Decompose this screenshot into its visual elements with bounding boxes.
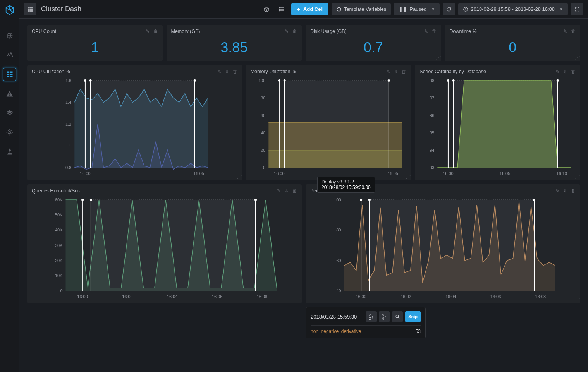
sidebar-item-hosts[interactable] <box>0 26 19 45</box>
stat-disk: Disk Usage (GB) ✎🗑 0.7 ⋰ <box>306 25 441 61</box>
template-vars-button[interactable]: Template Variables <box>332 3 391 15</box>
edit-icon[interactable]: ✎ <box>277 188 281 194</box>
delete-icon[interactable]: 🗑 <box>153 29 158 34</box>
edit-icon[interactable]: ✎ <box>217 69 221 74</box>
svg-text:16:06: 16:06 <box>490 294 501 299</box>
delete-icon[interactable]: 🗑 <box>432 29 437 34</box>
chart-body[interactable]: 98979695949316:0016:0516:10 <box>420 77 576 177</box>
svg-rect-22 <box>31 10 33 12</box>
download-icon[interactable]: ⇩ <box>394 69 398 74</box>
resize-handle[interactable]: ⋰ <box>436 56 440 60</box>
help-button[interactable] <box>260 3 273 15</box>
delete-icon[interactable]: 🗑 <box>571 188 576 194</box>
svg-text:1: 1 <box>69 144 71 148</box>
delete-icon[interactable]: 🗑 <box>571 29 576 34</box>
edit-icon[interactable]: ✎ <box>146 29 150 34</box>
resize-handle[interactable]: ⋰ <box>237 175 241 180</box>
svg-point-57 <box>283 79 285 82</box>
svg-point-72 <box>447 79 449 82</box>
edit-icon[interactable]: ✎ <box>285 29 289 34</box>
svg-text:16:02: 16:02 <box>401 294 411 299</box>
delete-icon[interactable]: 🗑 <box>571 69 576 74</box>
resize-handle[interactable]: ⋰ <box>157 56 162 60</box>
sidebar-item-user[interactable] <box>0 142 19 161</box>
list-button[interactable] <box>276 3 288 15</box>
chart-body[interactable]: 10080604020016:0016:05 <box>251 77 407 177</box>
delete-icon[interactable]: 🗑 <box>233 69 237 74</box>
download-icon[interactable]: ⇩ <box>563 69 567 74</box>
delete-icon[interactable]: 🗑 <box>292 29 297 34</box>
resize-handle[interactable]: ⋰ <box>575 56 579 60</box>
svg-text:40: 40 <box>261 130 265 135</box>
svg-rect-15 <box>29 7 31 8</box>
fullscreen-button[interactable] <box>571 3 583 15</box>
sidebar-item-admin[interactable] <box>0 103 19 123</box>
svg-point-59 <box>387 79 390 82</box>
delete-icon[interactable]: 🗑 <box>292 188 297 194</box>
svg-text:16:05: 16:05 <box>193 171 204 176</box>
svg-text:0.8: 0.8 <box>65 165 71 170</box>
resize-handle[interactable]: ⋰ <box>296 56 301 60</box>
cell-title: Memory (GB) <box>171 29 200 34</box>
edit-icon[interactable]: ✎ <box>563 29 567 34</box>
resize-handle[interactable]: ⋰ <box>575 175 579 180</box>
sidebar-item-alerts[interactable] <box>0 84 19 103</box>
resize-handle[interactable]: ⋰ <box>406 175 410 180</box>
svg-text:20: 20 <box>261 148 265 153</box>
edit-icon[interactable]: ✎ <box>555 69 559 74</box>
sidebar-item-dashboards[interactable] <box>0 65 19 84</box>
download-icon[interactable]: ⇩ <box>563 188 567 194</box>
svg-text:98: 98 <box>430 78 434 83</box>
svg-text:40K: 40K <box>55 228 63 232</box>
svg-point-114 <box>396 315 398 318</box>
chart-body[interactable]: 1.61.41.210.816:0016:05 <box>32 77 237 177</box>
sidebar-item-explore[interactable] <box>0 45 19 65</box>
pause-icon: ❚❚ <box>399 6 407 12</box>
cell-title: Disk Usage (GB) <box>310 29 347 34</box>
snip-button[interactable]: Snip <box>405 311 421 322</box>
sort-az-button[interactable]: AZ↕ <box>366 311 377 322</box>
svg-text:60K: 60K <box>55 197 63 202</box>
resize-handle[interactable]: ⋰ <box>575 298 579 303</box>
resize-handle[interactable]: ⋰ <box>296 298 301 303</box>
grid-menu-button[interactable] <box>24 3 36 15</box>
svg-rect-18 <box>29 9 31 10</box>
svg-point-74 <box>452 79 455 82</box>
edit-icon[interactable]: ✎ <box>386 69 390 74</box>
svg-point-12 <box>9 132 10 134</box>
delete-icon[interactable]: 🗑 <box>402 69 406 74</box>
sidebar-item-config[interactable] <box>0 123 19 142</box>
svg-text:16:00: 16:00 <box>77 294 88 299</box>
chart-body[interactable]: 60K50K40K30K20K10K016:0016:0216:0416:061… <box>32 196 297 300</box>
plus-icon: ＋ <box>296 6 301 13</box>
search-button[interactable] <box>392 311 403 322</box>
add-cell-button[interactable]: ＋ Add Cell <box>291 3 328 15</box>
stat-value: 3.85 <box>171 36 297 58</box>
svg-rect-14 <box>28 7 29 8</box>
refresh-paused-button[interactable]: ❚❚ Paused ▼ <box>394 3 440 15</box>
stat-value: 1 <box>32 36 158 58</box>
snip-panel: 2018/02/28 15:59:30 AZ↕ 09↑ Snip non_neg… <box>306 307 426 338</box>
svg-text:30K: 30K <box>55 243 63 248</box>
svg-rect-19 <box>31 9 33 10</box>
svg-text:16:02: 16:02 <box>122 294 133 299</box>
svg-text:16:00: 16:00 <box>356 294 366 299</box>
sort-09-button[interactable]: 09↑ <box>379 311 390 322</box>
svg-text:100: 100 <box>334 197 341 202</box>
svg-text:94: 94 <box>430 148 434 153</box>
cell-title: Downtime % <box>450 29 477 34</box>
timerange-button[interactable]: 2018-02-28 15:58 - 2018-02-28 16:08 ▼ <box>458 3 568 15</box>
app-logo[interactable] <box>3 4 16 16</box>
stat-downtime: Downtime % ✎🗑 0 ⋰ <box>445 25 581 61</box>
edit-icon[interactable]: ✎ <box>424 29 428 34</box>
refresh-button[interactable] <box>443 3 455 15</box>
download-icon[interactable]: ⇩ <box>225 69 229 74</box>
svg-point-113 <box>533 199 535 201</box>
chart-mem-util: Memory Utilization % ✎⇩🗑 10080604020016:… <box>246 65 411 180</box>
svg-text:50K: 50K <box>55 213 63 217</box>
paused-label: Paused <box>409 6 426 12</box>
svg-point-55 <box>278 79 280 82</box>
chart-body[interactable]: 10080604016:0016:0216:0416:0616:08 <box>310 196 576 300</box>
edit-icon[interactable]: ✎ <box>555 188 559 194</box>
download-icon[interactable]: ⇩ <box>285 188 289 194</box>
